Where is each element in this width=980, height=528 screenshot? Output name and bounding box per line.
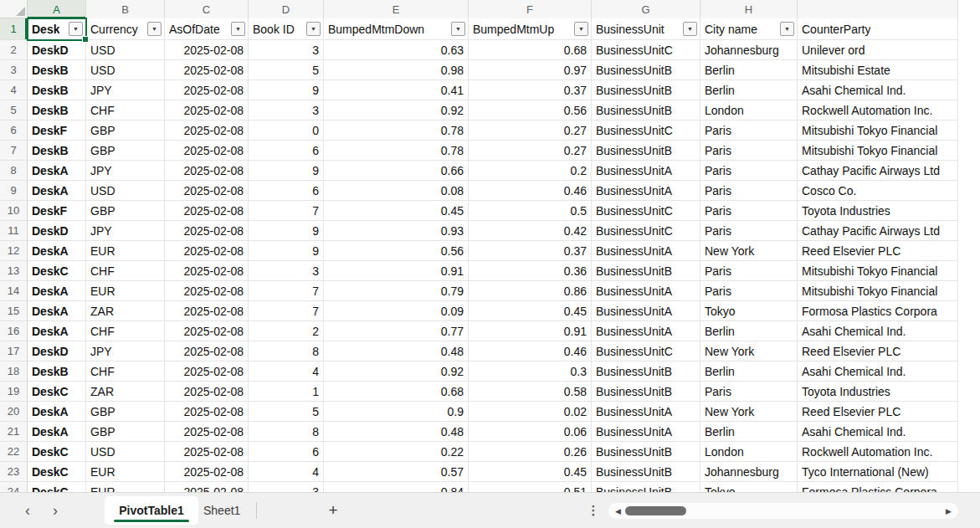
cell[interactable]: 6	[249, 181, 324, 200]
cell[interactable]: DeskD	[28, 40, 86, 59]
cell[interactable]: BusinessUnitB	[592, 100, 700, 120]
cell[interactable]: Asahi Chemical Ind.	[798, 361, 958, 381]
filter-button[interactable]: ▼	[69, 22, 83, 36]
cell[interactable]: DeskA	[28, 402, 86, 421]
cell[interactable]: Mitsubishi Tokyo Financial	[798, 281, 958, 300]
cell[interactable]: 2025-02-08	[165, 161, 249, 180]
cell[interactable]: Reed Elsevier PLC	[798, 241, 958, 260]
cell[interactable]: BusinessUnitB	[592, 80, 700, 100]
cell[interactable]: EUR	[86, 241, 165, 260]
cell[interactable]: New York	[700, 402, 798, 421]
next-sheet-button[interactable]: ›	[46, 493, 64, 528]
cell[interactable]: Berlin	[700, 80, 798, 100]
cell[interactable]: 2025-02-08	[165, 181, 249, 200]
cell[interactable]: DeskB	[28, 141, 86, 160]
cell[interactable]: 0.06	[469, 422, 592, 441]
cell[interactable]: BusinessUnitC	[592, 341, 700, 361]
cell[interactable]: Berlin	[700, 422, 798, 441]
cell[interactable]: 0.45	[469, 462, 592, 481]
cell[interactable]: BusinessUnitB	[592, 141, 700, 160]
cell[interactable]: DeskA	[28, 321, 86, 341]
row-header-19[interactable]: 19	[0, 382, 28, 402]
row-header-24[interactable]: 24	[0, 482, 28, 492]
cell[interactable]: BusinessUnitA	[592, 281, 700, 300]
cell[interactable]: 0.92	[324, 100, 469, 120]
cell[interactable]: BusinessUnitB	[592, 382, 700, 401]
cell[interactable]: 3	[249, 100, 324, 120]
cell[interactable]: Asahi Chemical Ind.	[798, 80, 958, 100]
cell[interactable]: 0.48	[324, 341, 469, 361]
row-header-12[interactable]: 12	[0, 241, 28, 261]
cell[interactable]: 0	[249, 120, 324, 140]
cell[interactable]: 4	[249, 361, 324, 381]
prev-sheet-button[interactable]: ‹	[18, 493, 37, 528]
cell[interactable]: 0.37	[469, 241, 592, 260]
select-all-button[interactable]	[0, 0, 28, 18]
cell[interactable]: Paris	[700, 201, 798, 220]
cell[interactable]: 5	[249, 60, 324, 79]
cell[interactable]: 9	[249, 241, 324, 260]
header-cell[interactable]: BusinessUnit▼	[592, 18, 700, 39]
cell[interactable]: Paris	[700, 120, 798, 140]
cell[interactable]: 6	[249, 141, 324, 160]
row-header-21[interactable]: 21	[0, 422, 28, 442]
horizontal-scrollbar-thumb[interactable]	[625, 506, 686, 515]
cell[interactable]: 0.57	[324, 462, 469, 481]
cell[interactable]: 0.9	[324, 402, 469, 421]
cell[interactable]: BusinessUnitA	[592, 301, 700, 320]
cell[interactable]: Paris	[700, 261, 798, 280]
cell[interactable]: 3	[249, 482, 324, 492]
cell[interactable]: Tokyo	[700, 301, 798, 320]
cell[interactable]: Mitsubishi Estate	[798, 60, 958, 79]
column-header-G[interactable]: G	[592, 0, 700, 18]
cell[interactable]: 9	[249, 161, 324, 180]
cell[interactable]: BusinessUnitC	[592, 221, 700, 240]
cell[interactable]: 0.27	[469, 141, 592, 160]
cell[interactable]: GBP	[86, 120, 165, 140]
cell[interactable]: 2025-02-08	[165, 422, 249, 441]
cell[interactable]: CHF	[86, 261, 165, 280]
cell[interactable]: Paris	[700, 161, 798, 180]
header-cell[interactable]: BumpedMtmDown▼	[324, 18, 469, 39]
cell[interactable]: Paris	[700, 221, 798, 240]
cell[interactable]: 0.56	[469, 100, 592, 120]
cell[interactable]: 0.09	[324, 301, 469, 320]
cell[interactable]: 0.26	[469, 442, 592, 461]
cell[interactable]: DeskB	[28, 361, 86, 381]
cell[interactable]: 0.27	[469, 120, 592, 140]
cell[interactable]: USD	[86, 40, 165, 59]
row-header-13[interactable]: 13	[0, 261, 28, 281]
cell[interactable]: BusinessUnitB	[592, 60, 700, 79]
scroll-right-icon[interactable]: ▶	[946, 503, 952, 519]
row-header-15[interactable]: 15	[0, 301, 28, 321]
cell[interactable]: DeskA	[28, 181, 86, 200]
cell[interactable]: DeskA	[28, 241, 86, 260]
cell[interactable]: BusinessUnitA	[592, 422, 700, 441]
cell[interactable]: 0.66	[324, 161, 469, 180]
cell[interactable]: BusinessUnitB	[592, 462, 700, 481]
cell[interactable]: 0.45	[324, 201, 469, 220]
cell[interactable]: JPY	[86, 80, 165, 100]
cell[interactable]: BusinessUnitB	[592, 261, 700, 280]
scroll-left-icon[interactable]: ◀	[615, 503, 621, 519]
cell[interactable]: 2025-02-08	[165, 281, 249, 300]
cell[interactable]: 0.97	[469, 60, 592, 79]
cell[interactable]: 6	[249, 442, 324, 461]
header-cell[interactable]: BumpedMtmUp▼	[469, 18, 592, 39]
cell[interactable]: 2025-02-08	[165, 241, 249, 260]
cell[interactable]: USD	[86, 442, 165, 461]
column-header-C[interactable]: C	[165, 0, 249, 18]
cell[interactable]: 0.63	[324, 40, 469, 59]
cell[interactable]: 0.08	[324, 181, 469, 200]
cell[interactable]: Paris	[700, 141, 798, 160]
cell[interactable]: BusinessUnitA	[592, 402, 700, 421]
cell[interactable]: 2025-02-08	[165, 40, 249, 59]
cell[interactable]: 2025-02-08	[165, 60, 249, 79]
cell[interactable]: Berlin	[700, 361, 798, 381]
cell[interactable]: DeskF	[28, 120, 86, 140]
cell[interactable]: Cathay Pacific Airways Ltd	[798, 221, 958, 240]
cell[interactable]: 0.46	[469, 181, 592, 200]
cell[interactable]: Johannesburg	[700, 462, 798, 481]
row-header-20[interactable]: 20	[0, 402, 28, 422]
cell[interactable]: Tyco International (New)	[798, 462, 958, 481]
